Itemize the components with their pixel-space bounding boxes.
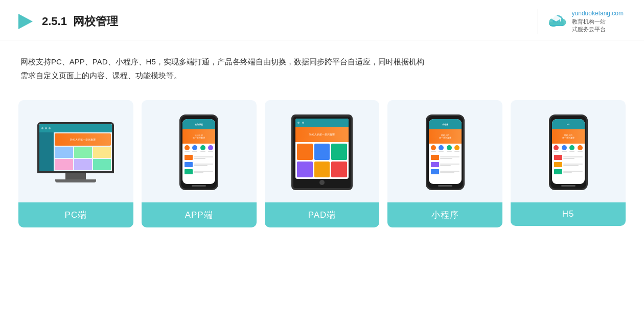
miniprogram-phone-screen: 小程序 轻松入的第一堂兴趣课 [429, 119, 462, 184]
h5-screen-top: H5 [552, 119, 585, 129]
play-icon [15, 12, 35, 31]
phone-icon-circle [192, 145, 197, 150]
card-miniprogram-label: 小程序 [387, 202, 502, 227]
phone-icon-line [554, 151, 559, 152]
phone-icon-circle [208, 145, 213, 150]
h5-phone-mockup: H5 轻松入的第一堂兴趣课 [549, 114, 588, 190]
phone-course-line [563, 156, 583, 157]
svg-rect-7 [560, 18, 561, 21]
phone-course-line [194, 171, 213, 172]
h5-phone-screen: H5 轻松入的第一堂兴趣课 [552, 119, 585, 184]
tablet-body: 轻松入的第一堂兴趣课 [291, 114, 353, 190]
phone-course-line [194, 172, 203, 173]
phone-course-thumb [185, 169, 193, 174]
phone-course-lines [440, 164, 459, 166]
pc-screen-body: 轻松人的第一堂兴趣课 [39, 132, 112, 171]
card-app-label: APP端 [142, 202, 257, 227]
card-miniprogram-image: 小程序 轻松入的第一堂兴趣课 [387, 100, 502, 202]
miniprogram-phone-notch [439, 116, 451, 119]
phone-course-thumb [554, 162, 562, 167]
phone-icon-item [185, 145, 190, 152]
phone-course-lines [194, 171, 213, 173]
phone-course-line [440, 156, 459, 157]
tablet-grid [295, 142, 349, 179]
phone-icon-line [185, 151, 190, 152]
card-app-image: 云朵课堂 轻松入的第一堂兴趣课 [142, 100, 257, 202]
card-pad-label: PAD端 [265, 202, 380, 227]
phone-course-line [440, 165, 451, 166]
miniprogram-phone-body: 小程序 轻松入的第一堂兴趣课 [426, 114, 465, 190]
tablet-grid-item [297, 162, 313, 178]
h5-banner-text: 轻松入的第一堂兴趣课 [562, 134, 574, 139]
phone-course-line [440, 158, 453, 159]
description-line1: 网校支持PC、APP、PAD、小程序、H5，实现多端打通，产品各终端自由切换，数… [20, 55, 624, 69]
phone-course-line [563, 158, 575, 159]
logo-area: yunduoketang.com 教育机构一站 式服务云平台 [538, 9, 624, 34]
phone-course-line [194, 165, 208, 166]
miniprogram-icons-row [429, 144, 462, 153]
pc-screen-top [39, 124, 112, 132]
h5-phone-notch [562, 116, 574, 119]
pc-grid-item [74, 147, 92, 158]
phone-course-line [563, 164, 583, 165]
yunduoke-logo-icon [545, 11, 568, 32]
card-pc: 轻松人的第一堂兴趣课 [18, 100, 133, 227]
h5-brand: H5 [567, 123, 569, 126]
phone-course-thumb [431, 162, 439, 167]
phone-brand: 云朵课堂 [195, 123, 203, 126]
phone-course-item [430, 169, 461, 175]
phone-course-thumb [431, 169, 439, 174]
miniprogram-screen-top: 小程序 [429, 119, 462, 129]
phone-screen: 云朵课堂 轻松入的第一堂兴趣课 [182, 119, 215, 184]
header: 2.5.1 网校管理 yunduoketang.com 教育机构一站 式服务云平… [0, 0, 644, 40]
phone-course-thumb [431, 155, 439, 160]
phone-banner: 轻松入的第一堂兴趣课 [182, 129, 215, 144]
phone-icon-line [208, 151, 213, 152]
phone-course-lines [194, 156, 213, 159]
tablet-dot2 [302, 122, 304, 124]
phone-course-item [430, 162, 461, 168]
pc-grid-item [55, 159, 73, 170]
app-phone-mockup: 云朵课堂 轻松入的第一堂兴趣课 [179, 114, 218, 190]
pc-screen: 轻松人的第一堂兴趣课 [39, 124, 112, 171]
phone-course-line [563, 165, 579, 166]
phone-course-lines [440, 156, 459, 159]
pc-dot2 [45, 127, 47, 129]
phone-course-thumb [185, 155, 193, 160]
phone-course-item [430, 154, 461, 160]
miniprogram-banner: 轻松入的第一堂兴趣课 [429, 129, 462, 144]
tablet-home-button [319, 180, 325, 185]
phone-icon-circle [562, 145, 567, 150]
pc-dot1 [41, 127, 43, 129]
phone-course-line [194, 158, 205, 159]
pc-grid-item [74, 159, 92, 170]
phone-icon-circle [439, 145, 444, 150]
pc-banner-text: 轻松人的第一堂兴趣课 [70, 138, 96, 141]
phone-icon-circle [185, 145, 190, 150]
page-title: 2.5.1 网校管理 [42, 14, 118, 29]
phone-course-row [182, 153, 215, 184]
phone-icon-circle [200, 145, 205, 150]
tablet-grid-item [331, 162, 347, 178]
card-pc-image: 轻松人的第一堂兴趣课 [18, 100, 133, 202]
pc-grid-item [93, 159, 111, 170]
pc-base [55, 179, 96, 182]
tablet-screen: 轻松入的第一堂兴趣课 [295, 119, 349, 179]
card-h5-image: H5 轻松入的第一堂兴趣课 [511, 100, 626, 202]
phone-icon-item [200, 145, 205, 152]
phone-icon-line [439, 151, 444, 152]
phone-course-line [440, 171, 459, 172]
phone-home-bar [192, 185, 206, 187]
phone-icon-line [192, 151, 197, 152]
phone-icon-circle [431, 145, 436, 150]
phone-icon-item [208, 145, 213, 152]
pc-grid-item [93, 147, 111, 158]
tablet-grid-item [314, 162, 330, 178]
phone-icon-item [439, 145, 444, 152]
h5-course-row [552, 153, 585, 184]
tablet-dot1 [297, 122, 300, 124]
pc-mockup: 轻松人的第一堂兴趣课 [37, 122, 114, 182]
logo-text: yunduoketang.com 教育机构一站 式服务云平台 [572, 9, 624, 34]
phone-icon-circle [578, 145, 583, 150]
tablet-banner-text: 轻松入的第一堂兴趣课 [309, 133, 335, 136]
